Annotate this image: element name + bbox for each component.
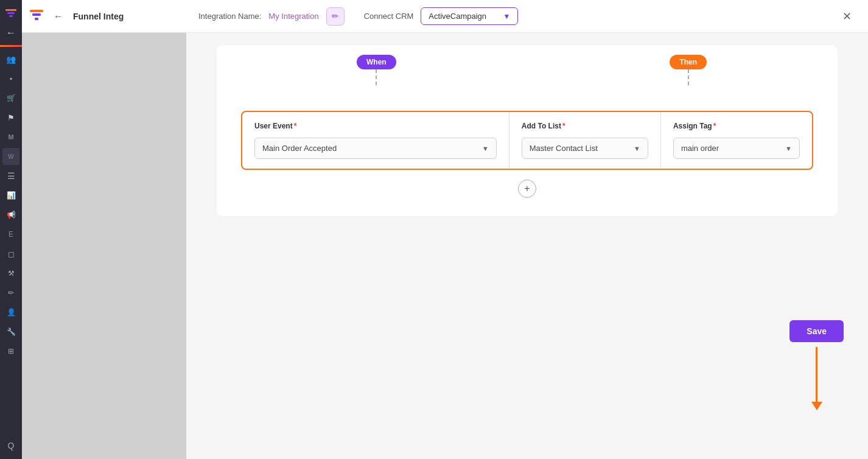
- when-dashed-line: [376, 69, 377, 85]
- connect-crm-label: Connect CRM: [364, 12, 414, 21]
- right-sections: Add To List* Master Contact List ▼ Assig…: [509, 112, 812, 169]
- arrow-indicator: [811, 347, 822, 410]
- integration-name-value: My Integration: [268, 12, 318, 21]
- svg-rect-4: [32, 13, 41, 16]
- q-sidebar-icon[interactable]: Q: [2, 437, 19, 454]
- wrench-sidebar-icon[interactable]: 🔧: [2, 323, 19, 340]
- pencil-icon: ✏: [332, 12, 338, 21]
- assign-tag-chevron-icon: ▼: [785, 145, 792, 152]
- svg-rect-1: [7, 12, 15, 14]
- panel-header: Integration Name: My Integration ✏ Conne…: [186, 0, 868, 33]
- user-event-label: User Event*: [254, 122, 497, 130]
- back-button[interactable]: ←: [50, 8, 67, 25]
- layers-sidebar-icon[interactable]: ▪: [2, 70, 19, 87]
- svg-rect-5: [35, 18, 38, 20]
- canvas-background: [22, 33, 186, 459]
- then-dashed-line: [688, 69, 689, 85]
- plus-icon: +: [524, 183, 530, 194]
- user-event-section: User Event* Main Order Accepted ▼: [242, 112, 509, 169]
- integration-name-label: Integration Name:: [198, 12, 261, 21]
- user-event-chevron-icon: ▼: [482, 145, 489, 152]
- m-sidebar-icon[interactable]: M: [2, 128, 19, 145]
- assign-tag-dropdown[interactable]: main order ▼: [673, 138, 800, 159]
- close-button[interactable]: ✕: [838, 7, 856, 26]
- megaphone-sidebar-icon[interactable]: 📢: [2, 206, 19, 223]
- add-btn-container: +: [241, 180, 813, 198]
- assign-tag-label: Assign Tag*: [673, 122, 800, 130]
- svg-rect-2: [9, 15, 13, 17]
- tools-sidebar-icon[interactable]: ⚒: [2, 265, 19, 282]
- svg-rect-3: [30, 10, 43, 12]
- main-panel: Integration Name: My Integration ✏ Conne…: [186, 0, 868, 459]
- box-sidebar-icon[interactable]: ◻: [2, 245, 19, 262]
- crm-dropdown[interactable]: ActiveCampaign ▼: [421, 7, 518, 25]
- assign-tag-value: main order: [681, 144, 719, 153]
- arrow-shaft: [816, 347, 817, 402]
- edit-integration-button[interactable]: ✏: [326, 7, 345, 26]
- user-event-dropdown[interactable]: Main Order Accepted ▼: [254, 138, 497, 159]
- back-sidebar-icon[interactable]: ←: [2, 24, 19, 41]
- save-button[interactable]: Save: [789, 320, 844, 342]
- e-sidebar-icon[interactable]: E: [2, 226, 19, 243]
- chart-sidebar-icon[interactable]: 📊: [2, 187, 19, 204]
- arrow-head-down: [811, 402, 822, 410]
- highlight-bar: [0, 45, 22, 47]
- add-step-button[interactable]: +: [518, 180, 536, 198]
- assign-tag-section: Assign Tag* main order ▼: [660, 112, 812, 169]
- person-sidebar-icon[interactable]: 👤: [2, 304, 19, 321]
- user-event-value: Main Order Accepted: [262, 144, 337, 153]
- user-event-required: *: [294, 122, 297, 130]
- logo-icon[interactable]: [2, 5, 19, 22]
- users-sidebar-icon[interactable]: 👥: [2, 51, 19, 68]
- add-to-list-dropdown[interactable]: Master Contact List ▼: [522, 138, 648, 159]
- cart-sidebar-icon[interactable]: 🛒: [2, 89, 19, 107]
- logo-small: [29, 9, 44, 24]
- assign-tag-required: *: [713, 122, 716, 130]
- add-to-list-chevron-icon: ▼: [634, 145, 640, 152]
- add-to-list-label: Add To List*: [522, 122, 648, 130]
- save-section: Save: [789, 320, 844, 410]
- then-badge-container: Then: [670, 55, 707, 85]
- flag-sidebar-icon[interactable]: ⚑: [2, 109, 19, 126]
- edit-sidebar-icon[interactable]: ✏: [2, 284, 19, 301]
- add-to-list-required: *: [562, 122, 565, 130]
- left-panel-topbar: ← Funnel Integ: [22, 0, 186, 33]
- close-icon: ✕: [842, 10, 852, 23]
- sidebar: ← 👥 ▪ 🛒 ⚑ M W ☰ 📊 📢 E ◻ ⚒ ✏ 👤 🔧 ⊞ Q: [0, 0, 22, 459]
- left-panel-title: Funnel Integ: [73, 12, 124, 21]
- flow-box: User Event* Main Order Accepted ▼ Add To…: [241, 111, 813, 170]
- add-to-list-section: Add To List* Master Contact List ▼: [509, 112, 660, 169]
- crm-chevron-icon: ▼: [503, 12, 510, 21]
- svg-rect-0: [5, 9, 16, 11]
- plugin-sidebar-icon[interactable]: ⊞: [2, 343, 19, 360]
- woo-sidebar-icon[interactable]: W: [2, 148, 19, 165]
- panel-body: When Then User Event* Main Order Accepte…: [186, 33, 868, 459]
- flow-container: When Then User Event* Main Order Accepte…: [217, 45, 838, 216]
- list-sidebar-icon[interactable]: ☰: [2, 167, 19, 184]
- add-to-list-value: Master Contact List: [530, 144, 598, 153]
- crm-dropdown-value: ActiveCampaign: [429, 12, 486, 21]
- then-badge: Then: [670, 55, 707, 69]
- when-badge: When: [357, 55, 396, 69]
- when-badge-container: When: [357, 55, 396, 85]
- left-panel: ← Funnel Integ: [22, 0, 186, 459]
